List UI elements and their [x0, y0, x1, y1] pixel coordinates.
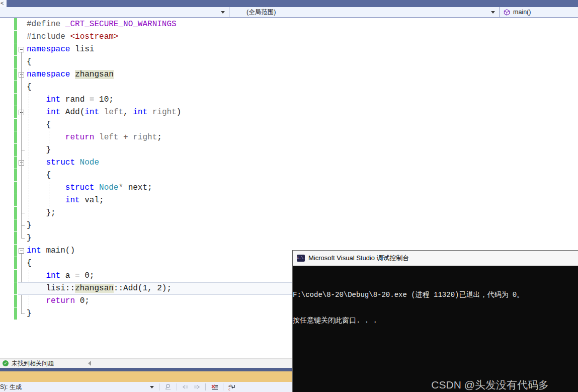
divider [223, 383, 223, 390]
code-token: left [94, 133, 123, 142]
code-token: main [41, 246, 65, 255]
output-source-label: S): 生成 [0, 383, 22, 391]
code-token: int [27, 246, 41, 255]
code-token: } [27, 145, 51, 154]
find-message-icon[interactable] [162, 382, 174, 391]
code-token: ) [177, 108, 182, 117]
code-token: return [46, 296, 75, 305]
code-token: _CRT_SECURE_NO_WARNINGS [65, 20, 177, 29]
code-token: () [65, 246, 75, 255]
code-token: next; [123, 183, 152, 192]
code-line[interactable]: struct Node* next; [27, 182, 152, 194]
word-wrap-icon[interactable]: abc [226, 382, 237, 391]
code-token: #include [27, 32, 70, 41]
code-line[interactable]: { [27, 169, 51, 182]
divider [159, 383, 159, 390]
scope-dropdown[interactable]: (全局范围) [229, 7, 499, 17]
health-status-text: 未找到相关问题 [12, 359, 54, 368]
code-token: } [27, 309, 32, 318]
code-token: = [75, 271, 80, 280]
code-line[interactable]: } [27, 307, 32, 320]
code-token: return [65, 133, 95, 142]
fold-region-line [21, 115, 22, 150]
code-token: = [90, 95, 95, 104]
next-message-icon[interactable] [191, 382, 202, 391]
code-line[interactable]: } [27, 219, 32, 232]
back-chevron-icon[interactable]: < [0, 0, 7, 7]
code-token: Node [94, 183, 118, 192]
code-line[interactable]: { [27, 257, 32, 270]
code-token: (1, 2); [138, 284, 172, 293]
code-line[interactable]: int Add(int left, int right) [27, 106, 181, 119]
code-token [27, 108, 46, 117]
fold-region-end-tick [21, 213, 25, 213]
code-token: int [46, 271, 60, 280]
code-line[interactable]: struct Node [27, 156, 99, 169]
code-token: struct [65, 183, 95, 192]
fold-collapse-icon[interactable] [19, 47, 24, 52]
code-line[interactable]: return 0; [27, 295, 90, 307]
code-line[interactable]: { [27, 81, 32, 94]
console-output[interactable]: F:\code\8-20\Debug\8-20.exe (进程 11320)已退… [293, 266, 578, 392]
code-token: { [27, 171, 51, 180]
code-token: } [27, 233, 32, 243]
code-line[interactable]: return left + right; [27, 131, 162, 144]
console-title-bar[interactable]: c:\_ Microsoft Visual Studio 调试控制台 [293, 251, 578, 266]
chevron-down-icon [150, 386, 154, 388]
code-token: struct [46, 158, 75, 167]
code-token: int [46, 108, 60, 117]
scrollbar-left-arrow-icon[interactable] [88, 361, 91, 366]
code-token [27, 133, 65, 142]
code-token: 0 [80, 296, 85, 305]
code-token: right [147, 108, 177, 117]
code-token: namespace [27, 45, 70, 54]
code-token [27, 296, 46, 305]
code-token: 0 [85, 271, 90, 280]
fold-collapse-icon[interactable] [19, 248, 24, 254]
chevron-down-icon [221, 11, 225, 14]
cmd-prompt-icon: c:\_ [297, 255, 305, 262]
code-line[interactable]: lisi::zhangsan::Add(1, 2); [27, 282, 172, 295]
code-line[interactable]: int val; [27, 194, 104, 207]
code-token [27, 158, 46, 167]
output-source-combo[interactable]: S): 生成 [0, 382, 156, 392]
code-line[interactable]: } [27, 144, 51, 156]
code-token: #define [27, 20, 65, 29]
window-title-bar: < [0, 0, 578, 7]
clear-all-icon[interactable] [209, 382, 220, 391]
code-token: }; [27, 208, 56, 217]
code-token: int [46, 95, 60, 104]
code-line[interactable]: int main() [27, 245, 75, 257]
code-line[interactable]: { [27, 119, 51, 131]
code-line[interactable]: }; [27, 207, 56, 219]
code-token: ; [90, 271, 95, 280]
code-line[interactable]: namespace zhangsan [27, 68, 114, 81]
code-token [27, 183, 65, 192]
console-line: F:\code\8-20\Debug\8-20.exe (进程 11320)已退… [293, 291, 578, 299]
debug-console-window[interactable]: c:\_ Microsoft Visual Studio 调试控制台 F:\co… [292, 250, 578, 392]
code-token: Node [75, 158, 99, 167]
code-line[interactable]: namespace lisi [27, 43, 94, 56]
console-line: 按任意键关闭此窗口. . . [293, 317, 578, 325]
code-line[interactable]: #include <iostream> [27, 31, 118, 43]
code-token [70, 70, 75, 79]
divider [177, 383, 177, 390]
project-dropdown[interactable] [0, 7, 229, 17]
code-line[interactable]: } [27, 232, 32, 245]
code-token: int [65, 196, 80, 205]
code-token: ; [109, 95, 114, 104]
code-line[interactable]: int a = 0; [27, 270, 94, 282]
member-dropdown[interactable]: main() [500, 7, 578, 17]
code-line[interactable]: { [27, 56, 32, 68]
code-token: ; [157, 133, 162, 142]
code-line[interactable]: #define _CRT_SECURE_NO_WARNINGS [27, 18, 177, 31]
fold-region-end-tick [21, 313, 25, 314]
code-token: left [99, 108, 123, 117]
fold-region-end-tick [21, 150, 25, 150]
code-token: * [118, 183, 123, 192]
prev-message-icon[interactable] [180, 382, 191, 391]
code-token: int [133, 108, 147, 117]
code-line[interactable]: int rand = 10; [27, 94, 114, 106]
code-token: , [123, 108, 133, 117]
change-tracking-bar [14, 18, 17, 320]
